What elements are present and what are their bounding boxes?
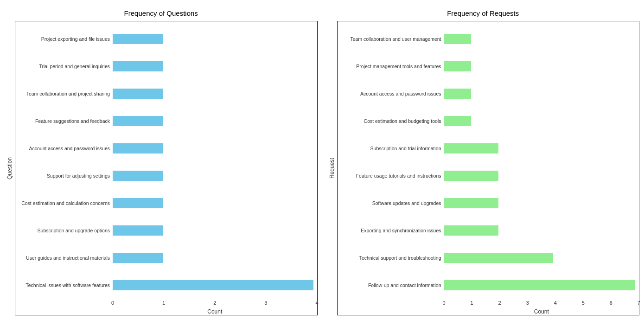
bar-row: Trial period and general inquiries [15,52,313,80]
x-tick: 5 [582,300,585,306]
bar-label: Technical support and troubleshooting [338,255,444,261]
bar-track [444,89,636,99]
x-tick: 6 [610,300,612,306]
bar-row: Cost estimation and budgeting tools [338,107,636,134]
x-tick: 0 [442,300,445,306]
bar-row: Technical issues with software features [15,272,313,299]
bar-row: Project exporting and file issues [15,25,313,52]
x-tick: 2 [498,300,501,306]
left-y-axis-label: Question [5,21,15,315]
right-chart-inner: Team collaboration and user managementPr… [337,21,640,315]
right-x-ticks: 01234567 [444,299,639,307]
bar-row: Software updates and upgrades [338,190,636,217]
bar-row: Subscription and trial information [338,134,636,162]
bar-row: Technical support and troubleshooting [338,244,636,272]
bar-row: Feature suggestions and feedback [15,107,313,134]
bar-label: Subscription and upgrade options [15,228,113,233]
bar-fill [444,225,499,236]
bar-fill [444,89,472,99]
bar-fill [444,198,499,208]
bar-fill [113,61,163,71]
bar-label: Account access and password issues [15,146,113,151]
bar-fill [113,198,163,208]
left-x-axis-label: Count [15,308,317,315]
bar-track [113,171,313,181]
x-tick: 1 [471,300,473,306]
x-tick: 1 [162,300,165,306]
right-chart-title: Frequency of Requests [447,9,519,17]
bar-track [113,280,313,290]
bar-label: Cost estimation and calculation concerns [15,200,113,206]
bar-label: Account access and password issues [338,91,444,96]
bar-row: Account access and password issues [15,134,313,162]
bar-row: Team collaboration and user management [338,25,636,52]
bar-fill [444,143,499,154]
bar-fill [113,143,163,154]
right-x-axis-label: Count [338,308,639,315]
bar-track [113,253,313,263]
bar-track [113,116,313,126]
bar-row: Feature usage tutorials and instructions [338,162,636,189]
bar-fill [444,34,472,44]
bar-row: Follow-up and contact information [338,272,636,299]
bar-fill [444,171,499,181]
bar-track [444,171,636,181]
bar-row: User guides and instructional materials [15,244,313,272]
bar-row: Cost estimation and calculation concerns [15,190,313,217]
bar-track [444,280,636,290]
bar-track [444,116,636,126]
bar-track [444,198,636,208]
bar-track [113,61,313,71]
left-chart-area: Question Project exporting and file issu… [5,21,318,315]
bar-track [444,61,636,71]
bar-row: Support for adjusting settings [15,162,313,189]
bar-label: Team collaboration and user management [338,36,444,42]
right-bars-grid: Team collaboration and user managementPr… [338,21,639,299]
bar-fill [113,253,163,263]
bar-label: Technical issues with software features [15,282,113,288]
bar-fill [113,89,163,99]
x-tick: 4 [554,300,557,306]
bar-label: Trial period and general inquiries [15,64,113,69]
x-tick: 2 [213,300,216,306]
bar-fill [113,116,163,126]
bar-track [113,89,313,99]
bar-fill [444,253,554,263]
bar-fill [113,171,163,181]
right-chart-area: Request Team collaboration and user mana… [327,21,640,315]
bar-track [444,34,636,44]
x-tick: 0 [111,300,114,306]
bar-label: Feature usage tutorials and instructions [338,173,444,179]
bar-label: User guides and instructional materials [15,255,113,261]
x-tick: 3 [526,300,529,306]
bar-label: Cost estimation and budgeting tools [338,118,444,124]
left-chart: Frequency of Questions Question Project … [5,9,318,315]
bar-track [444,253,636,263]
bar-label: Follow-up and contact information [338,282,444,288]
bar-track [444,225,636,236]
bar-row: Project management tools and features [338,52,636,80]
bar-label: Exporting and synchronization issues [338,228,444,233]
right-y-axis-label: Request [327,21,337,315]
right-chart: Frequency of Requests Request Team colla… [327,9,640,315]
bar-label: Subscription and trial information [338,146,444,151]
left-x-ticks: 01234 [113,299,317,307]
bar-fill [113,280,313,290]
x-tick: 3 [264,300,267,306]
bar-label: Feature suggestions and feedback [15,118,113,124]
bar-fill [444,61,472,71]
bar-track [113,198,313,208]
x-tick: 4 [315,300,318,306]
bar-track [444,143,636,154]
bar-track [113,143,313,154]
left-chart-inner: Project exporting and file issuesTrial p… [15,21,318,315]
bar-fill [113,34,163,44]
bar-label: Support for adjusting settings [15,173,113,179]
bar-fill [444,280,636,290]
bar-track [113,34,313,44]
left-chart-title: Frequency of Questions [124,9,198,17]
bar-row: Subscription and upgrade options [15,217,313,244]
bar-label: Project exporting and file issues [15,36,113,42]
charts-container: Frequency of Questions Question Project … [0,0,644,320]
bar-track [113,225,313,236]
